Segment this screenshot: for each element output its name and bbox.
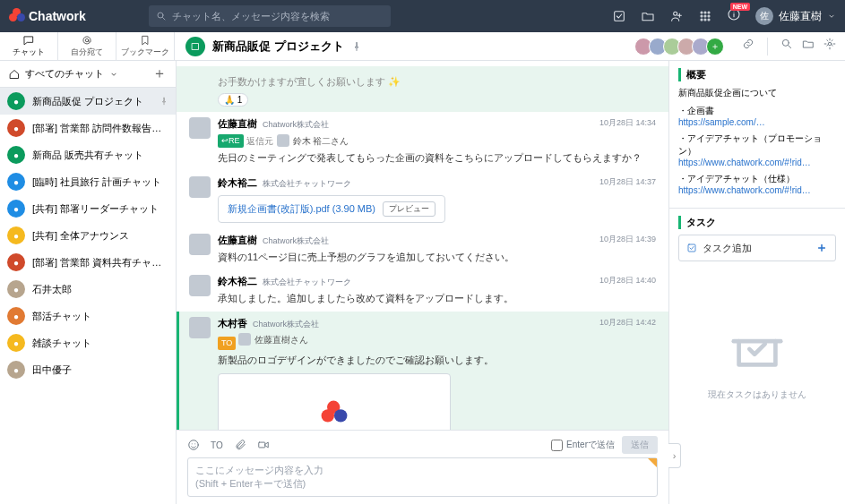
svg-point-4: [704, 12, 706, 13]
tasks-icon[interactable]: [612, 9, 626, 23]
file-link[interactable]: 新規企画書(改訂版).pdf (3.90 MB): [228, 202, 375, 216]
room-icon: ●: [7, 253, 25, 271]
timestamp: 10月28日 14:37: [599, 176, 656, 188]
search-icon[interactable]: [780, 38, 793, 50]
user-menu[interactable]: 佐 佐藤直樹: [755, 7, 836, 25]
pin-icon[interactable]: [351, 41, 362, 52]
sidebar-item[interactable]: ● 新商品販促 プロジェクト: [0, 88, 176, 115]
sidebar-item-label: 雑談チャット: [32, 337, 91, 350]
svg-point-3: [701, 12, 703, 13]
author-org: Chatwork株式会社: [263, 119, 329, 131]
member-avatars[interactable]: ＋: [638, 38, 724, 56]
overview-item-label: ・企画書: [678, 105, 836, 117]
svg-rect-18: [258, 442, 264, 448]
link-icon[interactable]: [742, 38, 754, 50]
task-add-button[interactable]: タスク追加 ＋: [678, 235, 836, 261]
contacts-icon[interactable]: [669, 9, 684, 23]
avatar: [189, 234, 211, 255]
composer: TO Enterで送信 送信 ここにメッセージ内容を入力 (Shift + En…: [177, 430, 668, 504]
files-icon[interactable]: [641, 9, 655, 23]
sidebar-item[interactable]: ● 田中優子: [0, 356, 176, 383]
message: 鈴木裕二株式会社チャットワーク 新規企画書(改訂版).pdf (3.90 MB)…: [177, 171, 668, 228]
enter-send-toggle[interactable]: Enterで送信: [551, 439, 615, 451]
message-text: 新製品のロゴデザインができましたのでご確認お願いします。: [218, 353, 656, 368]
sidebar-item[interactable]: ● 雑談チャット: [0, 329, 176, 356]
video-icon[interactable]: [257, 439, 270, 451]
sidebar-item[interactable]: ● 石井太郎: [0, 276, 176, 303]
task-empty-state: 現在タスクはありません: [678, 315, 836, 401]
message-text: 資料の11ページ目に売上予想のグラフを追加しておいてください。: [218, 250, 656, 265]
to-button[interactable]: TO: [211, 440, 223, 450]
send-button[interactable]: 送信: [622, 436, 658, 454]
message: 佐藤直樹Chatwork株式会社 資料の11ページ目に売上予想のグラフを追加して…: [177, 228, 668, 270]
sidebar-item-label: 新商品 販売共有チャット: [32, 149, 143, 162]
chevron-down-icon: [827, 12, 836, 21]
collapse-panel-button[interactable]: ›: [668, 443, 681, 468]
at-icon: [81, 34, 93, 47]
reply-target[interactable]: 返信元鈴木 裕二さん: [246, 134, 349, 148]
topbar: Chatwork チャット名、メッセージ内容を検索 NEW 佐 佐藤直樹: [0, 0, 845, 32]
room-icon: ●: [7, 280, 25, 298]
reply-target[interactable]: 佐藤直樹さん: [238, 333, 308, 346]
reaction[interactable]: 🙏 1: [218, 93, 248, 107]
message-input[interactable]: ここにメッセージ内容を入力 (Shift + Enterキーで送信): [187, 457, 658, 497]
sidebar-item[interactable]: ● [部署] 営業部 訪問件数報告チャット: [0, 115, 176, 141]
info-button[interactable]: NEW: [727, 7, 741, 25]
overview-item-link[interactable]: https://sample.com/…: [678, 117, 765, 127]
preview-button[interactable]: プレビュー: [383, 201, 435, 217]
svg-point-2: [674, 12, 677, 15]
image-attachment[interactable]: Chatwork cw_logo_vt_color.png (24.30 KB)…: [218, 373, 451, 430]
tab-self[interactable]: 自分宛て: [58, 32, 116, 60]
sidebar-item-label: 部活チャット: [32, 310, 91, 323]
author-name: 鈴木裕二: [218, 275, 257, 288]
room-icon: ●: [7, 361, 25, 379]
svg-rect-19: [688, 244, 695, 252]
author-org: Chatwork株式会社: [263, 235, 329, 247]
tab-bookmark[interactable]: ブックマーク: [116, 32, 175, 60]
room-icon: ●: [7, 226, 25, 244]
sidebar-item[interactable]: ● 新商品 販売共有チャット: [0, 141, 176, 168]
sidebar-item[interactable]: ● [臨時] 社員旅行 計画チャット: [0, 168, 176, 195]
brand-name: Chatwork: [29, 9, 86, 23]
sidebar-item[interactable]: ● [共有] 全体アナウンス: [0, 222, 176, 249]
task-empty-icon: [726, 315, 789, 378]
svg-point-7: [704, 15, 706, 17]
avatar: [238, 333, 251, 346]
overview-item-link[interactable]: https://www.chatwork.com/#!rid…: [678, 185, 811, 195]
apps-icon[interactable]: [698, 9, 712, 23]
gear-icon[interactable]: [823, 38, 836, 50]
brand-logo[interactable]: Chatwork: [9, 8, 86, 24]
attachment[interactable]: 新規企画書(改訂版).pdf (3.90 MB)プレビュー: [218, 195, 445, 223]
overview-desc: 新商品販促企画について: [678, 87, 836, 99]
sidebar-item[interactable]: ● [部署] 営業部 資料共有チャット: [0, 249, 176, 276]
add-chat-button[interactable]: ＋: [152, 64, 167, 83]
overview-item-link[interactable]: https://www.chatwork.com/#!rid…: [678, 158, 811, 167]
sidebar-item-label: [共有] 全体アナウンス: [32, 229, 129, 243]
plus-icon: ＋: [815, 240, 828, 256]
room-icon: ●: [7, 307, 25, 325]
room-icon: ●: [7, 173, 25, 191]
timestamp: 10月28日 14:34: [599, 117, 656, 129]
sidebar-header[interactable]: すべてのチャット ＋: [0, 61, 176, 88]
tab-chat[interactable]: チャット: [0, 32, 58, 60]
svg-point-13: [85, 38, 89, 42]
sidebar-item[interactable]: ● 部活チャット: [0, 303, 176, 329]
task-icon: [686, 243, 697, 253]
add-member-icon[interactable]: ＋: [706, 38, 724, 56]
attach-icon[interactable]: [234, 439, 246, 451]
author-org: 株式会社チャットワーク: [263, 277, 351, 288]
svg-point-8: [708, 15, 710, 17]
emoji-icon[interactable]: [187, 439, 200, 451]
chat-column: お手数かけますが宜しくお願いします ✨ 🙏 1 佐藤直樹Chatwork株式会社…: [177, 61, 668, 504]
folder-icon[interactable]: [802, 38, 815, 50]
sidebar-item[interactable]: ● [共有] 部署リーダーチャット: [0, 195, 176, 222]
sidebar-item-label: [共有] 部署リーダーチャット: [32, 202, 159, 216]
chat-header: 新商品販促 プロジェクト ＋: [177, 32, 845, 61]
message-text: 先日のミーティングで発表してもらった企画の資料をこちらにアップロードしてもらえま…: [218, 150, 656, 166]
search-input[interactable]: チャット名、メッセージ内容を検索: [149, 5, 391, 27]
badge: ↩RE: [218, 134, 244, 149]
message-text: 承知しました。追加しましたら改めて資料をアップロードします。: [218, 291, 656, 306]
room-icon: ●: [7, 146, 25, 164]
author-name: 佐藤直樹: [218, 117, 257, 131]
avatar: [189, 117, 211, 139]
